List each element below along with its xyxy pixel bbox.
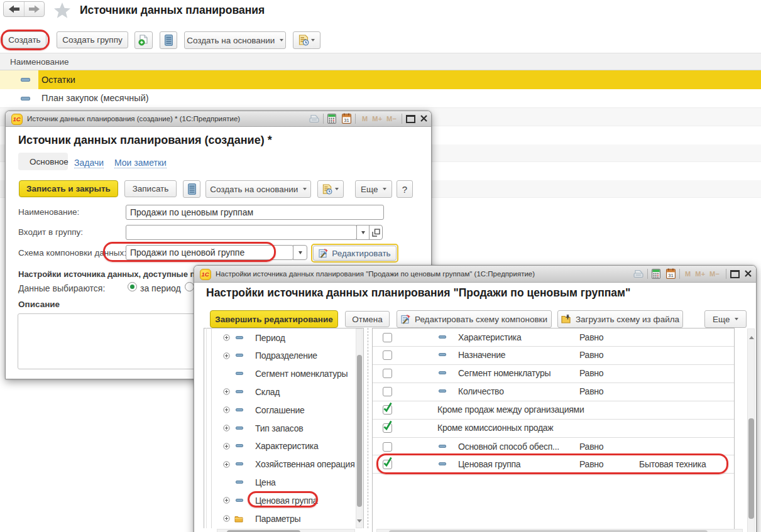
svg-text:31: 31	[344, 117, 349, 123]
svg-text:31: 31	[668, 273, 673, 278]
